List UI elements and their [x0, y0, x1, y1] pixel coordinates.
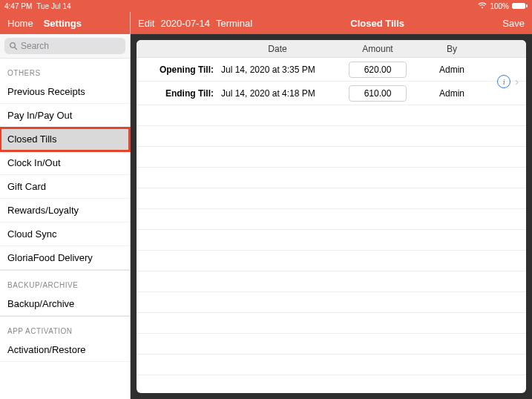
col-date: Date — [218, 44, 337, 54]
sidebar-item-previous-receipts[interactable]: Previous Receipts — [0, 80, 130, 104]
row-by: Admin — [418, 88, 485, 99]
nav-home[interactable]: Home — [7, 18, 33, 29]
sidebar-item-cloud-sync[interactable]: Cloud Sync — [0, 222, 130, 246]
sidebar-item-clock-in-out[interactable]: Clock In/Out — [0, 151, 130, 175]
page-title: Closed Tills — [252, 18, 502, 29]
row-label: Opening Till: — [137, 65, 218, 75]
edit-button[interactable]: Edit — [138, 18, 154, 29]
sidebar-header: Home Settings — [0, 12, 130, 34]
section-label-others: OTHERS — [0, 59, 130, 80]
table-row: Ending Till: Jul 14, 2020 at 4:18 PM Adm… — [137, 82, 526, 105]
device-status-bar: 4:47 PM Tue Jul 14 100% — [0, 0, 532, 12]
table-header: Date Amount By — [137, 40, 526, 58]
chevron-right-icon: › — [515, 76, 519, 88]
context-scope: Terminal — [216, 18, 252, 29]
section-label-activation: APP ACTIVATION — [0, 316, 130, 338]
search-field[interactable] — [4, 38, 125, 54]
row-by: Admin — [418, 65, 485, 75]
sidebar: Home Settings OTHERS Previous Receipts P… — [0, 12, 131, 399]
sidebar-item-rewards-loyalty[interactable]: Rewards/Loyalty — [0, 199, 130, 222]
search-input[interactable] — [21, 41, 121, 51]
battery-percent: 100% — [490, 2, 509, 10]
sidebar-item-activation-restore[interactable]: Activation/Restore — [0, 338, 130, 362]
sidebar-item-pay-in-out[interactable]: Pay In/Pay Out — [0, 104, 130, 128]
save-button[interactable]: Save — [502, 18, 525, 29]
nav-settings[interactable]: Settings — [44, 18, 82, 29]
section-label-backup: BACKUP/ARCHIVE — [0, 270, 130, 292]
row-date: Jul 14, 2020 at 3:35 PM — [218, 65, 337, 75]
sidebar-item-gloriafood[interactable]: GloriaFood Delivery — [0, 246, 130, 270]
sidebar-item-backup-archive[interactable]: Backup/Archive — [0, 292, 130, 316]
status-date: Tue Jul 14 — [36, 2, 70, 10]
col-by: By — [418, 44, 485, 54]
row-detail-action[interactable]: i › — [497, 58, 526, 105]
status-time: 4:47 PM — [4, 2, 32, 10]
main-area: Edit 2020-07-14 Terminal Closed Tills Sa… — [131, 12, 532, 399]
svg-line-1 — [15, 47, 17, 50]
closed-tills-panel: Date Amount By Opening Till: Jul 14, 202… — [137, 40, 526, 393]
wifi-icon — [478, 2, 487, 10]
row-label: Ending Till: — [137, 88, 218, 99]
info-icon[interactable]: i — [497, 75, 510, 88]
col-amount: Amount — [337, 44, 418, 54]
amount-input-ending[interactable] — [349, 85, 407, 102]
search-icon — [9, 42, 18, 50]
battery-icon — [512, 3, 528, 9]
context-date: 2020-07-14 — [160, 18, 210, 29]
row-date: Jul 14, 2020 at 4:18 PM — [218, 88, 337, 99]
amount-input-opening[interactable] — [349, 62, 407, 78]
table-row: Opening Till: Jul 14, 2020 at 3:35 PM Ad… — [137, 58, 526, 82]
sidebar-item-gift-card[interactable]: Gift Card — [0, 175, 130, 199]
sidebar-item-closed-tills[interactable]: Closed Tills — [0, 128, 130, 151]
main-header: Edit 2020-07-14 Terminal Closed Tills Sa… — [131, 12, 532, 34]
